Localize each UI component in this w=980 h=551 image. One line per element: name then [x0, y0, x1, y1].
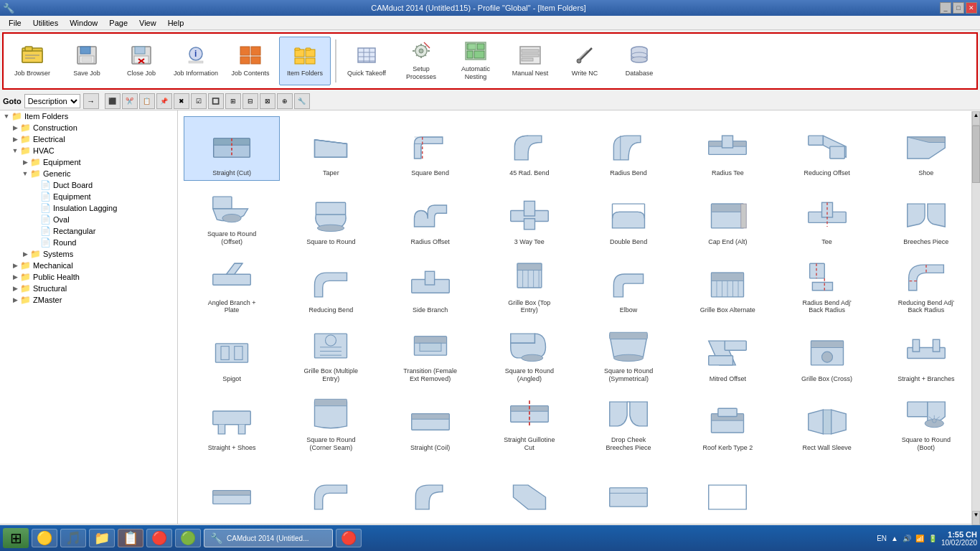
item-square-to-round-corner[interactable]: Square to Round (Corner Seam): [283, 390, 379, 456]
goto-forward-btn[interactable]: →: [83, 93, 99, 109]
toolbar-icon-6[interactable]: ☑: [191, 93, 207, 109]
toolbar-icon-11[interactable]: ⊕: [277, 93, 293, 109]
item-square-to-round-offset[interactable]: Square to Round (Offset): [184, 184, 280, 250]
taskbar-app-5[interactable]: 🔴: [146, 529, 172, 547]
sidebar-item-equipment2[interactable]: 📄 Equipment: [0, 191, 177, 202]
toolbar-icon-12[interactable]: 🔧: [294, 93, 310, 109]
item-straight-coil[interactable]: Straight (Coil): [382, 390, 479, 456]
menu-window[interactable]: Window: [64, 17, 103, 29]
minimize-button[interactable]: _: [940, 2, 951, 14]
item-straight-branches[interactable]: Straight + Branches: [878, 321, 974, 387]
menu-utilities[interactable]: Utilities: [27, 17, 64, 29]
toolbar-icon-9[interactable]: ⊟: [242, 93, 258, 109]
item-3-way-tee[interactable]: 3 Way Tee: [481, 184, 578, 250]
toolbar-icon-10[interactable]: ⊠: [260, 93, 275, 109]
taskbar-app-7[interactable]: 🔴: [336, 529, 362, 547]
item-extra-3[interactable]: [382, 458, 479, 522]
toolbar-icon-5[interactable]: ✖: [174, 93, 189, 109]
sidebar-item-round[interactable]: 📄 Round: [0, 237, 177, 248]
item-shoe[interactable]: Shoe: [878, 116, 974, 181]
menu-help[interactable]: Help: [162, 17, 190, 29]
item-angled-branch-plate[interactable]: Angled Branch + Plate: [184, 253, 280, 319]
taskbar-app-6[interactable]: 🟢: [175, 529, 201, 547]
save-job-button[interactable]: Save Job: [61, 37, 113, 85]
job-browser-button[interactable]: Job Browser: [6, 37, 58, 85]
item-straight-cut[interactable]: Straight (Cut): [184, 116, 280, 181]
item-radius-tee[interactable]: Radius Tee: [679, 116, 776, 181]
sidebar-item-rectangular[interactable]: 📄 Rectangular: [0, 225, 177, 237]
close-button[interactable]: ✕: [966, 2, 977, 14]
sidebar-item-hvac[interactable]: ▼ 📁 HVAC: [0, 145, 177, 156]
taskbar-app-3[interactable]: 📁: [89, 529, 115, 547]
item-reducing-bend[interactable]: Reducing Bend: [283, 253, 379, 319]
item-extra-4[interactable]: [481, 458, 578, 522]
item-square-bend[interactable]: Square Bend: [382, 116, 479, 181]
item-straight-guillotine[interactable]: Straight Guillotine Cut: [481, 390, 578, 456]
taskbar-app-4[interactable]: 📋: [118, 529, 143, 547]
sidebar-item-generic[interactable]: ▼ 📁 Generic: [0, 168, 177, 179]
item-grille-box-multi[interactable]: Grille Box (Multiple Entry): [283, 321, 379, 387]
taskbar-app-camduct[interactable]: 🔧 CAMduct 2014 (Untitled...: [204, 529, 333, 547]
item-tee[interactable]: Tee: [779, 184, 875, 250]
toolbar-icon-8[interactable]: ⊞: [225, 93, 241, 109]
item-side-branch[interactable]: Side Branch: [382, 253, 479, 319]
item-spigot[interactable]: Spigot: [184, 321, 280, 387]
item-mitred-offset[interactable]: Mitred Offset: [679, 321, 776, 387]
item-45-rad-bend[interactable]: 45 Rad. Bend: [481, 116, 578, 181]
close-job-button[interactable]: Close Job: [116, 37, 167, 85]
sidebar-item-structural[interactable]: ▶ 📁 Structural: [0, 283, 177, 294]
item-double-bend[interactable]: Double Bend: [580, 184, 677, 250]
item-square-to-round-boot[interactable]: Square to Round (Boot): [878, 390, 974, 456]
item-transition-female[interactable]: Transition (Female Ext Removed): [382, 321, 479, 387]
item-radius-bend[interactable]: Radius Bend: [580, 116, 677, 181]
item-radius-offset[interactable]: Radius Offset: [382, 184, 479, 250]
menu-file[interactable]: File: [3, 17, 27, 29]
item-extra-1[interactable]: [184, 458, 280, 522]
quick-takeoff-button[interactable]: Quick Takeoff: [341, 37, 392, 85]
item-grille-box-alt[interactable]: Grille Box Alternate: [679, 253, 776, 319]
item-folders-button[interactable]: Item Folders: [279, 37, 331, 85]
item-reducing-offset[interactable]: Reducing Offset: [779, 116, 875, 181]
sidebar-item-electrical[interactable]: ▶ 📁 Electrical: [0, 133, 177, 145]
setup-processes-button[interactable]: Setup Processes: [395, 37, 447, 85]
item-extra-5[interactable]: [580, 458, 677, 522]
sidebar-item-systems[interactable]: ▶ 📁 Systems: [0, 248, 177, 260]
taskbar-clock[interactable]: 1:55 CH 10/02/2020: [941, 530, 977, 547]
toolbar-icon-2[interactable]: ✂️: [122, 93, 138, 109]
job-contents-button[interactable]: Job Contents: [225, 37, 276, 85]
item-grille-box-cross[interactable]: Grille Box (Cross): [779, 321, 875, 387]
item-extra-6[interactable]: [679, 458, 776, 522]
sidebar-item-public-health[interactable]: ▶ 📁 Public Health: [0, 271, 177, 283]
job-information-button[interactable]: i Job Information: [170, 37, 222, 85]
item-straight-shoes[interactable]: Straight + Shoes: [184, 390, 280, 456]
write-nc-button[interactable]: Write NC: [559, 37, 611, 85]
manual-nest-button[interactable]: Manual Nest: [504, 37, 556, 85]
toolbar-icon-7[interactable]: 🔲: [208, 93, 224, 109]
item-elbow[interactable]: Elbow: [580, 253, 677, 319]
item-square-to-round[interactable]: Square to Round: [283, 184, 379, 250]
sidebar-item-construction[interactable]: ▶ 📁 Construction: [0, 122, 177, 133]
toolbar-icon-4[interactable]: 📌: [156, 93, 172, 109]
taskbar-app-2[interactable]: 🎵: [60, 529, 86, 547]
item-radius-bend-adj[interactable]: Radius Bend Adj' Back Radius: [779, 253, 875, 319]
sidebar-item-duct-board[interactable]: 📄 Duct Board: [0, 179, 177, 191]
menu-page[interactable]: Page: [103, 17, 133, 29]
sidebar-item-insulation[interactable]: 📄 Insulation Lagging: [0, 202, 177, 214]
scrollbar[interactable]: ▲ ▼: [971, 111, 980, 524]
item-rect-wall-sleeve[interactable]: Rect Wall Sleeve: [779, 390, 875, 456]
goto-select[interactable]: Description ID Name: [24, 94, 80, 108]
sidebar-item-zmaster[interactable]: ▶ 📁 ZMaster: [0, 294, 177, 306]
item-breeches-piece[interactable]: Breeches Piece: [878, 184, 974, 250]
automatic-nesting-button[interactable]: Automatic Nesting: [450, 37, 501, 85]
taskbar-app-1[interactable]: 🟡: [32, 529, 57, 547]
item-drop-cheek[interactable]: Drop Cheek Breeches Piece: [580, 390, 677, 456]
sidebar-item-oval[interactable]: 📄 Oval: [0, 214, 177, 225]
item-square-to-round-sym[interactable]: Square to Round (Symmetrical): [580, 321, 677, 387]
start-button[interactable]: ⊞: [3, 528, 29, 548]
database-button[interactable]: Database: [613, 37, 665, 85]
item-taper[interactable]: Taper: [283, 116, 379, 181]
toolbar-icon-1[interactable]: ⬛: [105, 93, 121, 109]
menu-view[interactable]: View: [133, 17, 162, 29]
item-grille-box-top[interactable]: Grille Box (Top Entry): [481, 253, 578, 319]
sidebar-item-mechanical[interactable]: ▶ 📁 Mechanical: [0, 260, 177, 271]
